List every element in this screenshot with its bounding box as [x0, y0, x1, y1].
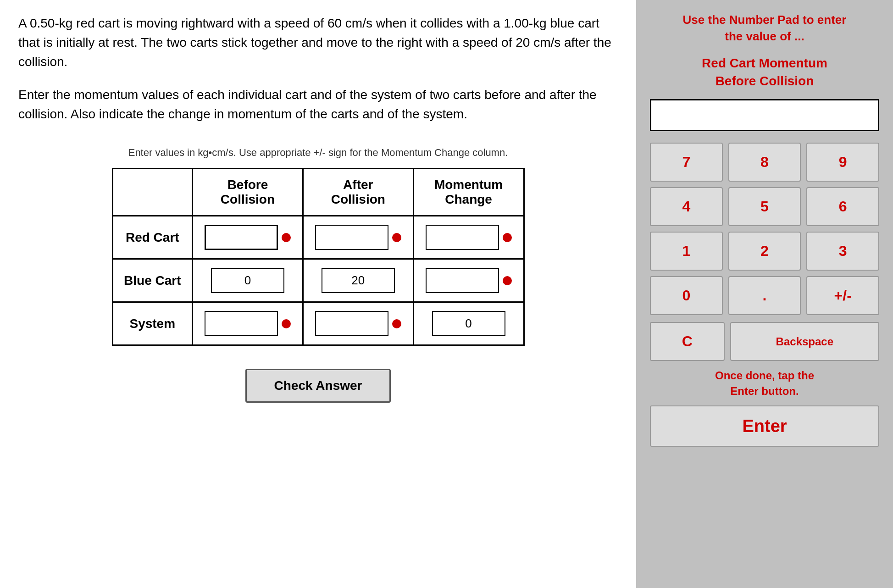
numpad-done-text: Once done, tap the Enter button. [715, 368, 814, 399]
red-dot-indicator [282, 319, 291, 328]
system-change-input[interactable] [432, 311, 505, 336]
check-answer-button[interactable]: Check Answer [245, 369, 391, 403]
left-panel: A 0.50-kg red cart is moving rightward w… [0, 0, 636, 588]
numpad-grid: 7 8 9 4 5 6 1 2 3 0 . +/- [650, 143, 879, 315]
red-cart-before-input-container [202, 225, 293, 250]
after-collision-header: AfterCollision [303, 169, 413, 216]
numpad-plusminus[interactable]: +/- [806, 276, 879, 315]
blue-cart-before-cell [193, 259, 303, 302]
system-change-cell [413, 302, 524, 345]
red-dot-indicator [282, 233, 291, 242]
momentum-change-header: MomentumChange [413, 169, 524, 216]
red-cart-before-input[interactable] [205, 225, 278, 250]
numpad-enter[interactable]: Enter [650, 405, 879, 447]
red-cart-change-input[interactable] [426, 225, 499, 250]
units-note: Enter values in kg•cm/s. Use appropriate… [18, 147, 618, 159]
table-container: BeforeCollision AfterCollision MomentumC… [112, 168, 525, 346]
blue-cart-before-input-container [202, 268, 293, 293]
numpad-3[interactable]: 3 [806, 232, 879, 271]
numpad-8[interactable]: 8 [728, 143, 801, 182]
blue-cart-change-cell [413, 259, 524, 302]
check-answer-container: Check Answer [18, 369, 618, 403]
system-before-input-container [202, 311, 293, 336]
numpad-0[interactable]: 0 [650, 276, 723, 315]
table-row: Red Cart [112, 216, 524, 259]
numpad-field-label: Red Cart Momentum Before Collision [702, 54, 827, 90]
system-after-cell [303, 302, 413, 345]
red-cart-change-cell [413, 216, 524, 259]
numpad-9[interactable]: 9 [806, 143, 879, 182]
numpad-decimal[interactable]: . [728, 276, 801, 315]
blue-cart-after-input-container [313, 268, 404, 293]
system-before-input[interactable] [205, 311, 278, 336]
numpad-backspace[interactable]: Backspace [730, 322, 879, 361]
numpad-instruction: Use the Number Pad to enter the value of… [683, 11, 847, 45]
table-row: System [112, 302, 524, 345]
numpad-5[interactable]: 5 [728, 187, 801, 226]
blue-cart-label: Blue Cart [112, 259, 193, 302]
numpad-1[interactable]: 1 [650, 232, 723, 271]
blue-cart-change-input-container [423, 268, 514, 293]
numpad-clear[interactable]: C [650, 322, 725, 361]
numpad-7[interactable]: 7 [650, 143, 723, 182]
problem-text1: A 0.50-kg red cart is moving rightward w… [18, 14, 618, 72]
red-dot-indicator [503, 233, 512, 242]
before-collision-header: BeforeCollision [193, 169, 303, 216]
system-after-input-container [313, 311, 404, 336]
numpad-2[interactable]: 2 [728, 232, 801, 271]
red-cart-after-input[interactable] [315, 225, 388, 250]
blue-cart-change-input[interactable] [426, 268, 499, 293]
right-panel: Use the Number Pad to enter the value of… [636, 0, 893, 588]
numpad-bottom-row: C Backspace [650, 322, 879, 361]
momentum-table: BeforeCollision AfterCollision MomentumC… [112, 168, 525, 346]
system-after-input[interactable] [315, 311, 388, 336]
blue-cart-after-input[interactable] [322, 268, 395, 293]
red-cart-change-input-container [423, 225, 514, 250]
red-cart-after-input-container [313, 225, 404, 250]
numpad-6[interactable]: 6 [806, 187, 879, 226]
blue-cart-after-cell [303, 259, 413, 302]
numpad-4[interactable]: 4 [650, 187, 723, 226]
problem-text2: Enter the momentum values of each indivi… [18, 85, 618, 124]
system-before-cell [193, 302, 303, 345]
blue-cart-before-input[interactable] [211, 268, 284, 293]
system-change-input-container [423, 311, 514, 336]
red-dot-indicator [503, 276, 512, 285]
table-row: Blue Cart [112, 259, 524, 302]
red-dot-indicator [392, 233, 401, 242]
red-dot-indicator [392, 319, 401, 328]
red-cart-label: Red Cart [112, 216, 193, 259]
numpad-display[interactable] [650, 99, 879, 131]
red-cart-after-cell [303, 216, 413, 259]
system-label: System [112, 302, 193, 345]
empty-header [112, 169, 193, 216]
red-cart-before-cell [193, 216, 303, 259]
